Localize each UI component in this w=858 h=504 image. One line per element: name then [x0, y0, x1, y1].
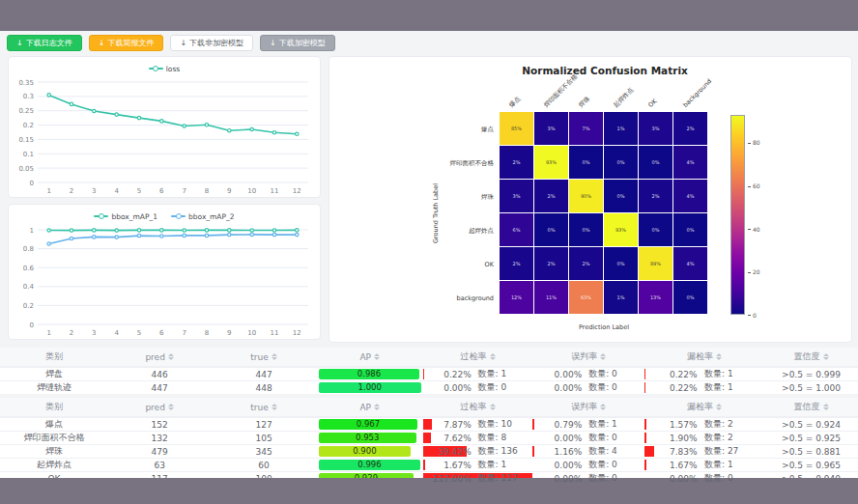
sort-caret-icon[interactable]: [272, 404, 277, 410]
legend-label: loss: [166, 65, 181, 73]
column-header[interactable]: 置信度: [764, 350, 858, 363]
legend-label: bbox_mAP_2: [188, 212, 235, 221]
mis-rate-cell: 0.00%数量: 0: [532, 432, 644, 444]
matrix-cell: 4%: [673, 247, 707, 280]
matrix-cell: 3%: [639, 112, 672, 145]
matrix-cell: 3%: [500, 180, 533, 212]
matrix-col-label: 焊珠: [577, 95, 591, 109]
matrix-row-label: 焊珠: [329, 193, 494, 201]
column-header[interactable]: true: [211, 403, 316, 412]
legend-marker-icon: [149, 68, 163, 70]
sort-caret-icon[interactable]: [374, 353, 380, 360]
over-rate-cell: 117.00%数量: 117: [423, 472, 533, 485]
rate-count: 数量: 8: [478, 432, 507, 444]
legend-label: bbox_mAP_1: [111, 212, 157, 221]
over-rate-cell: 39.42%数量: 136: [423, 445, 533, 458]
svg-text:8: 8: [205, 187, 209, 195]
sort-caret-icon[interactable]: [490, 404, 496, 410]
sort-caret-icon[interactable]: [823, 353, 829, 360]
matrix-cell: 0%: [604, 180, 638, 212]
sort-caret-icon[interactable]: [600, 353, 606, 360]
download-log-button[interactable]: ↓ 下载日志文件: [7, 35, 82, 51]
matrix-cell: 0%: [639, 146, 672, 179]
bbox-map-chart-svg: 00.20.40.60.81123456789101112: [9, 225, 320, 340]
legend-item-loss[interactable]: loss: [149, 65, 181, 73]
column-header[interactable]: pred: [108, 352, 212, 362]
rate-bar: [423, 460, 425, 470]
matrix-y-axis-title: Ground Truth Label: [432, 160, 440, 266]
sort-caret-icon[interactable]: [168, 404, 174, 410]
sort-caret-icon[interactable]: [272, 353, 277, 360]
rate-percent: 0.00%: [670, 474, 698, 484]
ap-bar: 0.967: [319, 419, 418, 430]
matrix-cell: 2%: [534, 180, 568, 212]
column-header[interactable]: 过检率: [423, 401, 533, 413]
legend-item-bbox_mAP_1[interactable]: bbox_mAP_1: [94, 212, 157, 221]
confidence-cell: >0.5 = 0.965: [764, 459, 858, 471]
rate-percent: 39.42%: [438, 447, 471, 457]
window-top-chrome: [0, 0, 858, 31]
miss-rate-cell: 1.90%数量: 2: [644, 432, 764, 444]
column-header[interactable]: 误判率: [532, 350, 644, 363]
column-header: 类别: [0, 350, 108, 363]
category-cell: 爆点: [0, 418, 108, 431]
true-cell: 60: [211, 459, 316, 471]
rate-count: 数量: 0: [478, 381, 507, 394]
svg-text:7: 7: [182, 329, 186, 337]
rate-bar: [644, 419, 646, 430]
rate-count: 数量: 2: [704, 432, 733, 444]
legend-item-bbox_mAP_2[interactable]: bbox_mAP_2: [171, 212, 235, 221]
rate-percent: 0.22%: [443, 370, 472, 379]
download-unencrypted-model-button[interactable]: ↓ 下载非加密模型: [170, 35, 253, 51]
table-row: 焊印面积不合格1321050.9537.62%数量: 80.00%数量: 01.…: [0, 431, 858, 444]
svg-text:0.35: 0.35: [18, 79, 34, 87]
mis-rate-cell: 0.00%数量: 0: [532, 459, 644, 471]
svg-text:9: 9: [227, 329, 231, 337]
ap-cell: 0.996: [317, 459, 423, 471]
sort-caret-icon[interactable]: [374, 404, 380, 410]
table-header: 类别predtrueAP过检率误判率漏检率置信度: [0, 398, 858, 417]
column-header[interactable]: true: [211, 352, 316, 362]
rate-count: 数量: 0: [704, 472, 733, 485]
svg-text:4: 4: [114, 329, 119, 337]
column-header[interactable]: AP: [317, 352, 423, 362]
matrix-cell: 0%: [673, 281, 707, 314]
rate-count: 数量: 1: [704, 459, 733, 471]
matrix-cell: 2%: [639, 180, 672, 212]
matrix-cell: 0%: [604, 146, 638, 179]
sort-caret-icon[interactable]: [823, 404, 829, 410]
rate-percent: 0.00%: [555, 434, 583, 443]
column-header[interactable]: 漏检率: [644, 401, 764, 413]
download-report-button[interactable]: ↓ 下载简报文件: [89, 35, 164, 51]
column-header[interactable]: pred: [108, 403, 212, 412]
matrix-cell: 4%: [673, 180, 707, 212]
table-row: 焊珠4793450.90039.42%数量: 1361.16%数量: 47.83…: [0, 444, 858, 458]
column-header[interactable]: 误判率: [532, 401, 644, 413]
table-row: 爆点1521270.9677.87%数量: 100.79%数量: 11.57%数…: [0, 417, 858, 431]
column-header[interactable]: 过检率: [423, 350, 533, 363]
mis-rate-cell: 0.79%数量: 1: [532, 418, 644, 431]
column-header[interactable]: 漏检率: [644, 350, 764, 363]
confusion-matrix-panel: Normalized Confusion Matrix85%3%7%1%3%2%…: [329, 56, 852, 343]
colorbar-tick: 20: [748, 268, 760, 275]
category-cell: 起焊炸点: [0, 459, 108, 471]
loss-chart-svg: 00.050.10.150.20.250.30.3512345678910111…: [9, 77, 320, 198]
matrix-cell: 2%: [673, 112, 707, 145]
matrix-cell: 0%: [534, 213, 568, 246]
svg-text:2: 2: [70, 329, 73, 337]
sort-caret-icon[interactable]: [716, 353, 722, 360]
sort-caret-icon[interactable]: [490, 353, 496, 360]
column-header[interactable]: AP: [317, 403, 423, 412]
matrix-cell: 3%: [534, 112, 568, 145]
svg-text:0: 0: [30, 322, 34, 329]
rate-percent: 1.67%: [670, 461, 698, 470]
matrix-cell: 11%: [534, 281, 568, 314]
dashboard-screen: ↓ 下载日志文件 ↓ 下载简报文件 ↓ 下载非加密模型 ↓ 下载加密模型 los…: [0, 0, 858, 504]
svg-text:0.05: 0.05: [18, 165, 34, 173]
matrix-cell: 89%: [639, 247, 672, 280]
column-header[interactable]: 置信度: [764, 401, 858, 413]
sort-caret-icon[interactable]: [168, 353, 174, 360]
download-encrypted-model-button[interactable]: ↓ 下载加密模型: [260, 35, 335, 51]
sort-caret-icon[interactable]: [600, 404, 606, 410]
sort-caret-icon[interactable]: [716, 404, 722, 410]
